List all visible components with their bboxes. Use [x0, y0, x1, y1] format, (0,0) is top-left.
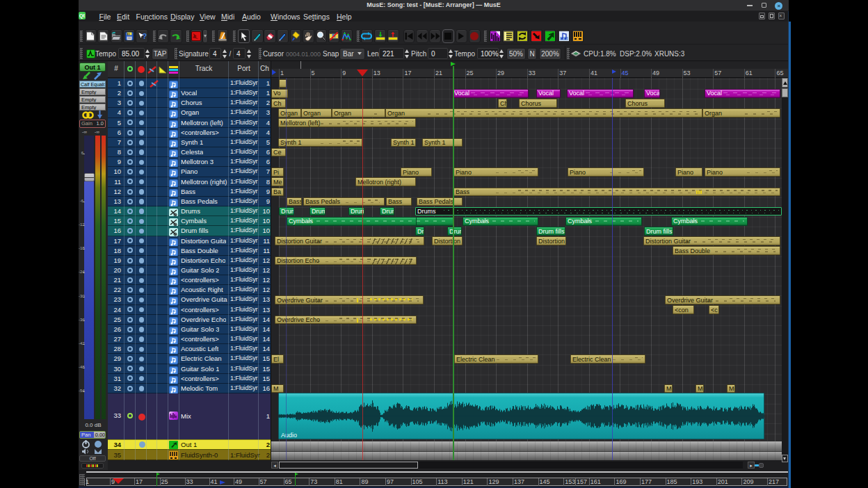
svg-text:?: ?	[142, 32, 147, 40]
